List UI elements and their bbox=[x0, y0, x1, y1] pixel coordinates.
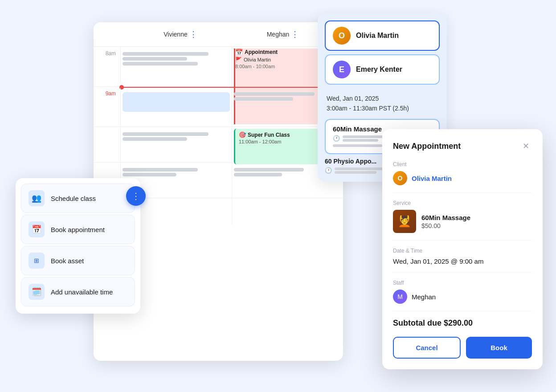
client-card-olivia[interactable]: O Olivia Martin bbox=[325, 20, 440, 51]
modal-close-button[interactable]: ✕ bbox=[519, 140, 532, 152]
placeholder-bar bbox=[123, 57, 187, 61]
book-button[interactable]: Book bbox=[466, 337, 532, 359]
book-asset-icon: ⊞ bbox=[29, 253, 45, 269]
action-label-book-appointment: Book appointment bbox=[51, 226, 105, 233]
placeholder-bar bbox=[234, 173, 282, 176]
placeholder-bar bbox=[234, 168, 304, 172]
service-thumbnail: 💆 bbox=[393, 210, 416, 233]
modal-staff-row: M Meghan bbox=[393, 290, 532, 304]
action-label-book-asset: Book asset bbox=[51, 257, 84, 265]
current-time-line bbox=[120, 87, 343, 88]
modal-datetime-label: Date & Time bbox=[393, 248, 532, 254]
physio-bar-2 bbox=[335, 171, 376, 174]
avatar-olivia: O bbox=[333, 27, 351, 45]
modal-client-label: Client bbox=[393, 161, 532, 167]
cal-cell-vivienne-8am[interactable] bbox=[120, 47, 232, 86]
client-name-olivia: Olivia Martin bbox=[356, 32, 399, 40]
modal-client-name: Olivia Martin bbox=[412, 175, 452, 182]
booking-info: Wed, Jan 01, 2025 3:00am - 11:30am PST (… bbox=[325, 88, 440, 119]
modal-staff-avatar: M bbox=[393, 290, 407, 304]
modal-staff-section: Staff M Meghan bbox=[393, 280, 532, 311]
action-book-appointment[interactable]: 📅 Book appointment bbox=[21, 215, 135, 244]
modal-datetime-section: Date & Time Wed, Jan 01, 2025 @ 9:00 am bbox=[393, 248, 532, 273]
modal-client-section: Client O Olivia Martin bbox=[393, 161, 532, 193]
staff-menu-meghan[interactable]: ⋮ bbox=[291, 29, 299, 39]
modal-service-section: Service 💆 60Min Massage $50.00 bbox=[393, 200, 532, 241]
schedule-class-icon: 👥 bbox=[29, 190, 45, 206]
time-label-empty bbox=[94, 127, 120, 162]
action-label-add-unavailable: Add unavailable time bbox=[51, 288, 113, 296]
placeholder-bar bbox=[234, 92, 315, 96]
add-unavailable-icon: 🗓️ bbox=[29, 284, 45, 300]
service-name-modal: 60Min Massage bbox=[421, 214, 470, 221]
modal-service-row: 💆 60Min Massage $50.00 bbox=[393, 210, 532, 233]
time-row-8am: 8am 📅 Appointment 🚩 Olivia Martin bbox=[94, 47, 343, 87]
calendar-header: Vivienne ⋮ Meghan ⋮ bbox=[94, 22, 343, 47]
clock-icon: 🕐 bbox=[333, 135, 340, 142]
modal-client-avatar: O bbox=[393, 171, 407, 185]
placeholder-bar bbox=[123, 168, 198, 172]
service-price: $50.00 bbox=[421, 222, 470, 229]
bar-2 bbox=[343, 139, 378, 142]
modal-actions: Cancel Book bbox=[393, 337, 532, 359]
service-info: 60Min Massage $50.00 bbox=[421, 214, 470, 229]
action-schedule-class[interactable]: 👥 Schedule class bbox=[21, 184, 135, 213]
blue-event[interactable] bbox=[123, 92, 230, 112]
client-card-emery[interactable]: E Emery Kenter bbox=[325, 54, 440, 85]
modal-service-label: Service bbox=[393, 200, 532, 206]
booking-date: Wed, Jan 01, 2025 bbox=[327, 94, 438, 103]
modal-staff-label: Staff bbox=[393, 280, 532, 286]
time-row-9am: 9am bbox=[94, 87, 343, 127]
placeholder-bar bbox=[123, 137, 187, 141]
modal-datetime-value: Wed, Jan 01, 2025 @ 9:00 am bbox=[393, 257, 532, 265]
placeholder-bar bbox=[123, 173, 176, 176]
booking-time: 3:00am - 11:30am PST (2.5h) bbox=[327, 103, 438, 113]
cal-cell-vivienne-9am[interactable] bbox=[120, 87, 232, 127]
action-book-asset[interactable]: ⊞ Book asset bbox=[21, 246, 135, 275]
time-label-9am: 9am bbox=[94, 87, 120, 127]
avatar-emery: E bbox=[333, 61, 351, 78]
action-label-schedule-class: Schedule class bbox=[51, 195, 96, 202]
placeholder-bar bbox=[123, 62, 198, 65]
modal-title: New Appointment bbox=[393, 142, 461, 151]
placeholder-bar bbox=[234, 97, 293, 101]
bar-3 bbox=[333, 144, 382, 147]
time-label-8am: 8am bbox=[94, 47, 120, 86]
modal-client-row: O Olivia Martin bbox=[393, 171, 532, 185]
cal-cell-meghan-1pm[interactable] bbox=[232, 198, 343, 225]
modal-subtotal: Subtotal due $290.00 bbox=[393, 318, 532, 328]
physio-clock-icon: 🕐 bbox=[325, 167, 332, 174]
placeholder-bar bbox=[123, 52, 208, 56]
client-name-emery: Emery Kenter bbox=[356, 65, 402, 74]
modal-staff-name: Meghan bbox=[412, 293, 436, 301]
cal-cell-vivienne-10am[interactable] bbox=[120, 127, 232, 162]
time-row-10am: 🎯 Super Fun Class 11:00am - 12:00am 1/10 bbox=[94, 127, 343, 163]
cancel-button[interactable]: Cancel bbox=[393, 337, 461, 359]
book-appointment-icon: 📅 bbox=[29, 221, 45, 237]
new-appointment-modal: New Appointment ✕ Client O Olivia Martin… bbox=[382, 129, 543, 369]
staff-col-vivienne: Vivienne ⋮ bbox=[129, 29, 232, 39]
action-add-unavailable[interactable]: 🗓️ Add unavailable time bbox=[21, 277, 135, 306]
placeholder-bar bbox=[123, 132, 208, 136]
modal-header: New Appointment ✕ bbox=[393, 140, 532, 152]
quick-actions-menu: 👥 Schedule class 📅 Book appointment ⊞ Bo… bbox=[16, 178, 140, 314]
quick-actions-fab[interactable]: ⋮ bbox=[126, 186, 146, 206]
staff-menu-vivienne[interactable]: ⋮ bbox=[189, 29, 197, 39]
